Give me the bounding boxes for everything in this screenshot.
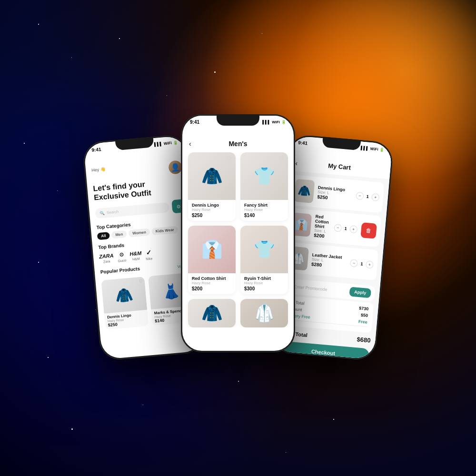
- category-all[interactable]: All: [97, 232, 110, 240]
- qty-minus-2[interactable]: −: [334, 224, 342, 232]
- mens-product-img-2: 👕 ♡: [240, 152, 288, 200]
- battery-icon-center: 🔋: [281, 120, 286, 124]
- time-left: 9:41: [91, 147, 101, 153]
- heart-4[interactable]: ♡: [279, 228, 284, 235]
- qty-minus-3[interactable]: −: [350, 259, 358, 267]
- product-img-1: 🧥 ♡: [101, 277, 147, 314]
- mens-price-1: $250: [192, 213, 232, 218]
- category-women[interactable]: Women: [129, 228, 150, 238]
- heart-icon-1[interactable]: ♡: [139, 279, 143, 284]
- person-4: 👕: [254, 239, 275, 259]
- mens-product-3[interactable]: 👔 ♡ Red Cotton Shirt Hazy Rose $200: [188, 226, 236, 294]
- heart-6[interactable]: ♡: [279, 302, 284, 308]
- category-kids[interactable]: Kids Wear: [151, 226, 178, 236]
- signal-icon-left: ▌▌▌: [154, 142, 163, 147]
- product-emoji-2: 👗: [161, 282, 180, 300]
- back-button-right[interactable]: ‹: [295, 159, 298, 167]
- phone-center: 9:41 ▌▌▌ WiFi 🔋 ‹ Men's 🧥: [181, 114, 295, 352]
- qty-control-1: − 1 +: [356, 192, 379, 201]
- category-men[interactable]: Men: [111, 230, 127, 239]
- mens-name-2: Fancy Shirt: [244, 203, 284, 208]
- qty-minus-1[interactable]: −: [356, 192, 364, 200]
- mens-product-img-3: 👔 ♡: [188, 226, 236, 273]
- heart-2[interactable]: ♡: [279, 155, 284, 162]
- mens-product-1[interactable]: 🧥 ♡ Dennis Lingo Hazy Rose $250: [188, 152, 236, 221]
- nike-name: Nike: [146, 257, 153, 261]
- cart-title: My Cart: [328, 162, 351, 171]
- cart-item-details-2: Red Cotton Shirt Size: L $200: [314, 214, 331, 239]
- zara-logo: ZARA: [99, 253, 114, 260]
- qty-plus-2[interactable]: +: [349, 225, 357, 233]
- brand-nike[interactable]: ✓ Nike: [145, 248, 153, 261]
- mens-brand-2: Hazy Rose: [244, 208, 284, 212]
- mens-title: Men's: [228, 140, 247, 148]
- filter-icon: ⚙: [177, 204, 181, 209]
- product-emoji-1: 🧥: [115, 286, 134, 304]
- wifi-icon-center: WiFi: [272, 120, 280, 124]
- person-3: 👔: [201, 239, 223, 259]
- mens-header: ‹ Men's: [182, 127, 294, 152]
- search-icon: 🔍: [100, 211, 105, 216]
- brand-hm[interactable]: H&M H&M: [129, 250, 142, 261]
- cart-item-2: 👔 Red Cotton Shirt Size: L $200 − 1 + 🗑: [287, 208, 381, 248]
- person-1: 🧥: [201, 166, 223, 186]
- mens-product-4[interactable]: 👕 ♡ Byuin T-Shirt Hazy Rose $300: [240, 226, 288, 294]
- mens-brand-4: Hazy Rose: [244, 281, 284, 285]
- cart-item-3: 🥼 Leather Jacket Size: L $280 − 1 +: [284, 242, 378, 280]
- heart-5[interactable]: ♡: [227, 302, 232, 308]
- delete-button-2[interactable]: 🗑: [360, 222, 377, 239]
- heart-3[interactable]: ♡: [227, 228, 232, 235]
- popular-title: Popular Products: [100, 266, 140, 275]
- time-center: 9:41: [190, 119, 199, 125]
- heart-1[interactable]: ♡: [227, 155, 232, 162]
- status-icons-right: ▌▌▌ WiFi 🔋: [360, 146, 384, 152]
- mens-price-3: $200: [192, 286, 232, 291]
- apply-button[interactable]: Apply: [349, 287, 371, 298]
- hm-name: H&M: [132, 257, 140, 261]
- mens-products-grid: 🧥 ♡ Dennis Lingo Hazy Rose $250 👕 ♡: [182, 152, 294, 327]
- signal-icon-right: ▌▌▌: [360, 146, 369, 150]
- hm-logo: H&M: [129, 250, 142, 257]
- mens-brand-1: Hazy Rose: [192, 208, 232, 212]
- promo-input[interactable]: Enter Promocode: [294, 284, 347, 294]
- zara-name: Zara: [103, 260, 110, 264]
- mens-category-content: ‹ Men's 🧥 ♡ Dennis Lingo Hazy Rose $250: [182, 127, 294, 351]
- mens-name-4: Byuin T-Shirt: [244, 276, 284, 281]
- mens-product-2[interactable]: 👕 ♡ Fancy Shirt Hazy Rose $140: [240, 152, 288, 221]
- qty-control-3: − 1 +: [350, 259, 374, 268]
- user-avatar[interactable]: [168, 160, 182, 174]
- battery-icon-left: 🔋: [173, 140, 178, 145]
- signal-icon-center: ▌▌▌: [262, 120, 270, 124]
- person-2: 👕: [254, 166, 275, 186]
- wifi-icon-left: WiFi: [164, 141, 172, 146]
- mens-product-6[interactable]: 🥼 ♡: [240, 299, 288, 327]
- mens-product-img-1: 🧥 ♡: [188, 152, 236, 200]
- search-placeholder: Search: [107, 209, 119, 215]
- delivery-value: Free: [358, 319, 367, 325]
- mens-price-2: $140: [244, 213, 284, 218]
- status-icons-center: ▌▌▌ WiFi 🔋: [262, 120, 286, 124]
- wifi-icon-right: WiFi: [370, 147, 378, 151]
- qty-plus-1[interactable]: +: [371, 193, 379, 201]
- cart-item-details-3: Leather Jacket Size: L $280: [311, 252, 347, 269]
- search-input[interactable]: 🔍 Search: [95, 202, 169, 219]
- cart-item-name-2: Red Cotton Shirt: [315, 214, 331, 230]
- back-button-center[interactable]: ‹: [189, 140, 191, 148]
- item-total-value: $730: [359, 306, 369, 311]
- cart-item-1: 🧥 Dennis Lingo Size: L $250 − 1 +: [290, 175, 385, 213]
- qty-control-2: − 1 +: [334, 224, 357, 233]
- notch-center: [217, 114, 259, 126]
- cart-item-price-2: $200: [314, 232, 330, 239]
- greeting-text: Hey 👋: [91, 167, 106, 173]
- mens-name-3: Red Cotton Shirt: [192, 276, 232, 281]
- cart-item-img-1: 🧥: [294, 179, 315, 203]
- qty-num-2: 1: [344, 226, 347, 231]
- cart-item-details-1: Dennis Lingo Size: L $250: [317, 185, 353, 202]
- mens-product-5[interactable]: 🧥 ♡: [188, 299, 236, 327]
- brand-zara[interactable]: ZARA Zara: [99, 253, 114, 264]
- qty-num-1: 1: [366, 194, 369, 199]
- product-card-1[interactable]: 🧥 ♡ Dennis Lingo Hazy Rose $250: [101, 277, 149, 330]
- person-6: 🥼: [254, 303, 275, 323]
- qty-plus-3[interactable]: +: [366, 260, 374, 268]
- brand-gucci[interactable]: ⊙ Gucci: [117, 251, 127, 262]
